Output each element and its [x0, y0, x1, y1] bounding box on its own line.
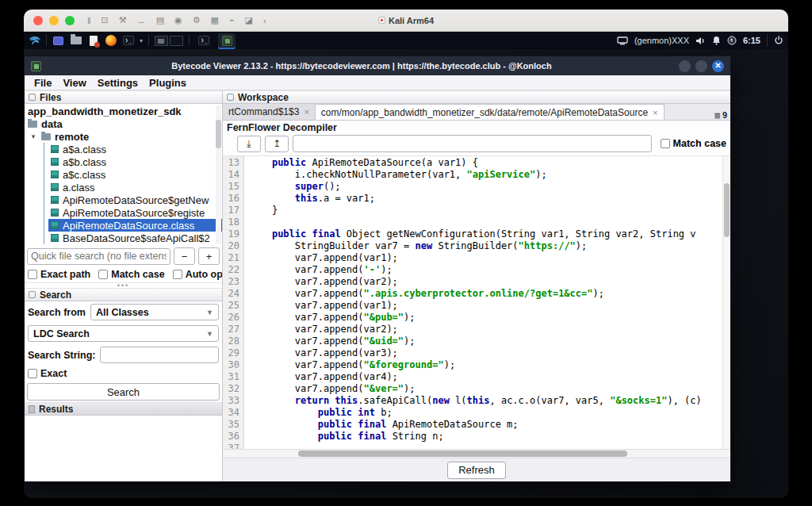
- tree-item-app-bandwidth-monetizer-sdk[interactable]: app_bandwidth_monetizer_sdk: [25, 105, 222, 117]
- status-circle-icon[interactable]: [727, 36, 737, 45]
- tree-item-a-a-class[interactable]: a$a.class: [25, 143, 222, 155]
- panel-splitter[interactable]: •••: [25, 282, 222, 288]
- tree-scrollbar[interactable]: [216, 105, 221, 243]
- usb-icon[interactable]: ⌁: [229, 15, 235, 25]
- bcv-window-title: Bytecode Viewer 2.13.2 - https://bytecod…: [56, 61, 667, 71]
- firefox-icon[interactable]: [105, 35, 117, 47]
- tab-bar: rtCommand$1$3×com/mon/app_bandwidth_mone…: [223, 104, 730, 121]
- workspace-2[interactable]: [170, 36, 183, 46]
- app-launcher-icon[interactable]: [52, 35, 64, 47]
- tab-overflow-indicator[interactable]: ≣9: [710, 110, 730, 120]
- font-increase-button[interactable]: +: [198, 247, 220, 265]
- menu-settings[interactable]: Settings: [93, 77, 143, 89]
- line-number: 15: [223, 181, 239, 193]
- exact-path-checkbox[interactable]: Exact path: [28, 269, 90, 280]
- source-code[interactable]: public ApiRemoteDataSource(a var1) { i.c…: [244, 156, 722, 449]
- bcv-titlebar[interactable]: Bytecode Viewer 2.13.2 - https://bytecod…: [25, 56, 730, 75]
- menu-plugins[interactable]: Plugins: [144, 77, 191, 89]
- taskbar-terminal-window[interactable]: ❯_: [195, 33, 213, 48]
- refresh-button[interactable]: Refresh: [447, 462, 506, 479]
- printer-icon[interactable]: ▤: [156, 15, 164, 25]
- tab-close-icon[interactable]: ×: [304, 107, 308, 117]
- code-hscroll-thumb[interactable]: [298, 450, 627, 457]
- tree-item-content: ApiRemoteDataSource.class: [48, 219, 222, 232]
- menu-file[interactable]: File: [29, 77, 56, 89]
- tab-close-icon[interactable]: ×: [653, 108, 657, 117]
- tree-item-apiremotedatasource-class[interactable]: ApiRemoteDataSource.class: [25, 219, 222, 232]
- share-icon[interactable]: ◪: [245, 15, 253, 25]
- back-icon[interactable]: ‹: [263, 16, 266, 25]
- search-header-label: Search: [40, 289, 71, 301]
- tree-item-content: a$c.class: [48, 168, 108, 181]
- tree-guide-line: [44, 181, 44, 194]
- quick-file-search-input[interactable]: [27, 248, 170, 265]
- terminal-launcher-icon[interactable]: ❯_: [122, 35, 134, 47]
- search-string-input[interactable]: [100, 347, 219, 363]
- code-horizontal-scrollbar[interactable]: [223, 449, 730, 458]
- tree-item-content: a.class: [48, 181, 97, 194]
- display-icon[interactable]: ▦: [211, 15, 219, 25]
- match-case-checkbox[interactable]: Match case: [661, 138, 726, 149]
- workspace-1[interactable]: [155, 36, 168, 46]
- bcv-minimize-button[interactable]: [679, 60, 691, 72]
- record-icon[interactable]: ◉: [174, 15, 182, 25]
- power-icon[interactable]: [774, 36, 783, 45]
- taskbar-bytecodeviewer-window[interactable]: [218, 33, 236, 48]
- tree-item-a-class[interactable]: a.class: [25, 181, 222, 194]
- pause-icon[interactable]: ‖: [87, 16, 91, 25]
- workspace-tab-0[interactable]: rtCommand$1$3×: [223, 104, 316, 120]
- find-next-button[interactable]: ⤓: [237, 136, 261, 152]
- menu-view[interactable]: View: [58, 77, 90, 89]
- tree-item-apiremotedatasource-registe[interactable]: ApiRemoteDataSource$registe: [25, 206, 222, 219]
- tree-item-a-b-class[interactable]: a$b.class: [25, 155, 222, 168]
- checkbox-label: Auto open: [186, 269, 222, 280]
- workspace-switcher[interactable]: [155, 36, 183, 46]
- snapshot-icon[interactable]: ⊡: [102, 15, 109, 25]
- find-input[interactable]: [293, 135, 652, 152]
- terminal-dropdown-arrow[interactable]: ▾: [140, 37, 143, 44]
- tree-item-data[interactable]: data: [25, 117, 222, 130]
- tree-item-apiremotedatasource-getnew[interactable]: ApiRemoteDataSource$getNew: [25, 194, 222, 206]
- code-vertical-scrollbar[interactable]: [722, 156, 730, 449]
- search-button[interactable]: Search: [27, 383, 220, 401]
- code-line-21: var7.append(var1);: [249, 252, 722, 264]
- kali-menu-icon[interactable]: [29, 35, 40, 47]
- zoom-window-button[interactable]: [65, 16, 75, 25]
- tree-item-basedatasource-safeapicall-2[interactable]: BaseDataSource$safeApiCall$2: [25, 232, 222, 244]
- volume-icon[interactable]: [695, 36, 706, 45]
- exact-checkbox[interactable]: Exact: [28, 368, 67, 379]
- workspace-tab-1[interactable]: com/mon/app_bandwidth_monetizer_sdk/data…: [316, 104, 665, 120]
- tree-scrollbar-thumb[interactable]: [216, 120, 221, 148]
- font-decrease-button[interactable]: −: [174, 247, 195, 265]
- checkbox-label: Exact path: [40, 269, 90, 280]
- tree-item-remote[interactable]: ▾remote: [25, 130, 222, 143]
- genmon-label[interactable]: (genmon)XXX: [634, 36, 689, 45]
- close-window-button[interactable]: [33, 16, 43, 25]
- auto-open-checkbox[interactable]: Auto open: [173, 269, 222, 280]
- divider: [189, 35, 190, 46]
- tools-icon[interactable]: ⚒: [119, 15, 127, 25]
- search-from-select[interactable]: All Classes ▼: [90, 304, 219, 320]
- resize-icon[interactable]: ↔: [137, 16, 146, 25]
- chevron-expanded-icon[interactable]: ▾: [29, 132, 37, 140]
- bcv-close-button[interactable]: ✕: [712, 60, 724, 72]
- line-number: 14: [223, 169, 239, 181]
- text-editor-icon[interactable]: [87, 35, 99, 47]
- notification-bell-icon[interactable]: [712, 36, 721, 45]
- minimize-window-button[interactable]: [49, 16, 59, 25]
- code-vscroll-thumb[interactable]: [724, 183, 730, 237]
- file-manager-icon[interactable]: [70, 35, 82, 47]
- search-mode-select[interactable]: LDC Search ▼: [28, 325, 219, 342]
- code-line-20: StringBuilder var7 = new StringBuilder("…: [249, 240, 722, 252]
- tree-item-a-c-class[interactable]: a$c.class: [25, 168, 222, 181]
- results-icon: [29, 405, 35, 413]
- match-case-checkbox[interactable]: Match case: [98, 269, 164, 280]
- tree-item-content: a$a.class: [48, 143, 109, 155]
- settings-icon[interactable]: ⚙: [193, 15, 201, 25]
- clock[interactable]: 6:15: [743, 36, 760, 45]
- bcv-maximize-button[interactable]: [695, 60, 707, 72]
- tree-item-label: ApiRemoteDataSource$getNew: [63, 194, 209, 206]
- display-icon[interactable]: [617, 36, 628, 45]
- tree-item-label: ApiRemoteDataSource.class: [63, 220, 194, 232]
- find-prev-button[interactable]: ↥: [265, 136, 289, 152]
